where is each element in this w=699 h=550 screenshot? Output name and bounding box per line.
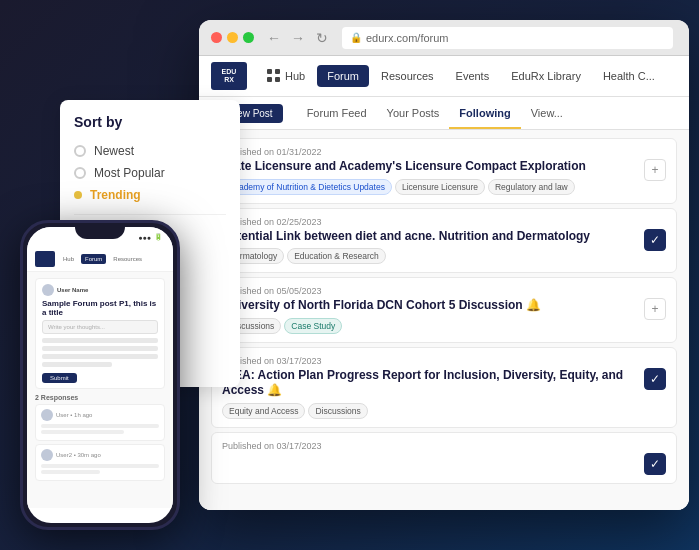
lock-icon: 🔒 [350, 32, 362, 43]
phone-submit-button[interactable]: Submit [42, 373, 77, 383]
dot-red[interactable] [211, 32, 222, 43]
sort-trending-label: Trending [90, 188, 141, 202]
dot-yellow[interactable] [227, 32, 238, 43]
sort-option-trending[interactable]: Trending [74, 184, 226, 206]
address-text: edurx.com/forum [366, 32, 449, 44]
table-row[interactable]: Published on 03/17/2023 IDEA: Action Pla… [211, 347, 677, 428]
phone-response-line [41, 430, 124, 434]
phone-text-lines [42, 338, 158, 367]
browser-nav: ← → ↻ [266, 30, 330, 46]
tag[interactable]: Equity and Access [222, 403, 305, 419]
post-action-button[interactable]: ✓ [644, 229, 666, 251]
phone-search-input[interactable]: Write your thoughts... [42, 320, 158, 334]
post-action-button[interactable]: + [644, 159, 666, 181]
phone-response-lines [41, 424, 159, 434]
phone-text-line [42, 362, 112, 367]
tab-resources-label: Resources [381, 70, 434, 82]
post-action-button[interactable]: + [644, 298, 666, 320]
phone-tab-forum[interactable]: Forum [81, 254, 106, 264]
tag[interactable]: Discussions [308, 403, 367, 419]
tag[interactable]: Regulatory and law [488, 179, 575, 195]
post-date: Published on 05/05/2023 [222, 286, 636, 296]
sort-newest-label: Newest [94, 144, 134, 158]
tag[interactable]: Licensure Licensure [395, 179, 485, 195]
reload-button[interactable]: ↻ [314, 30, 330, 46]
table-row[interactable]: Published on 02/25/2023 Potential Link b… [211, 208, 677, 274]
tab-resources[interactable]: Resources [371, 65, 444, 87]
phone-response-user: User • 1h ago [41, 409, 159, 421]
view-label: View... [531, 107, 563, 119]
tab-following[interactable]: Following [449, 103, 520, 123]
post-tags: Discussions Case Study [222, 318, 636, 334]
tab-forum-label: Forum [327, 70, 359, 82]
tab-library-label: EduRx Library [511, 70, 581, 82]
browser-toolbar: ← → ↻ 🔒 edurx.com/forum [199, 20, 689, 56]
phone-response-line [41, 470, 100, 474]
tab-hub[interactable]: Hub [257, 64, 315, 88]
post-date: Published on 01/31/2022 [222, 147, 636, 157]
back-button[interactable]: ← [266, 30, 282, 46]
tab-events-label: Events [456, 70, 490, 82]
sort-title: Sort by [74, 114, 226, 130]
phone-post-card: User Name Sample Forum post P1, this is … [35, 278, 165, 389]
logo[interactable]: EDURX [211, 62, 247, 90]
tag[interactable]: Academy of Nutrition & Dietetics Updates [222, 179, 392, 195]
phone-text-line [42, 346, 158, 351]
tab-health[interactable]: Health C... [593, 65, 665, 87]
tag[interactable]: Case Study [284, 318, 342, 334]
following-label: Following [459, 107, 510, 119]
phone: ●●● 🔋 Hub Forum Resources User Name Samp… [20, 220, 180, 530]
logo-text: EDURX [222, 68, 237, 83]
sort-option-popular[interactable]: Most Popular [74, 162, 226, 184]
post-date: Published on 03/17/2023 [222, 356, 636, 366]
tab-events[interactable]: Events [446, 65, 500, 87]
phone-input-placeholder: Write your thoughts... [48, 324, 105, 330]
phone-response-item: User2 • 30m ago [35, 444, 165, 481]
phone-response-avatar [41, 409, 53, 421]
tag[interactable]: Education & Research [287, 248, 386, 264]
post-tags: Equity and Access Discussions [222, 403, 636, 419]
sort-popular-label: Most Popular [94, 166, 165, 180]
phone-responses-label: 2 Responses [35, 394, 165, 401]
tab-health-label: Health C... [603, 70, 655, 82]
sub-nav: + New Post Forum Feed Your Posts Followi… [199, 97, 689, 130]
table-row[interactable]: Published on 03/17/2023 ✓ [211, 432, 677, 484]
forum-feed-label: Forum Feed [307, 107, 367, 119]
tab-forum[interactable]: Forum [317, 65, 369, 87]
tab-your-posts[interactable]: Your Posts [377, 103, 450, 123]
phone-content: User Name Sample Forum post P1, this is … [27, 272, 173, 508]
post-tags: Dermatology Education & Research [222, 248, 636, 264]
phone-tab-resources[interactable]: Resources [109, 254, 146, 264]
phone-signal: ●●● [138, 234, 151, 241]
tab-view[interactable]: View... [521, 103, 573, 123]
table-row[interactable]: Published on 01/31/2022 State Licensure … [211, 138, 677, 204]
phone-response-user: User2 • 30m ago [41, 449, 159, 461]
phone-screen: ●●● 🔋 Hub Forum Resources User Name Samp… [27, 227, 173, 523]
forward-button[interactable]: → [290, 30, 306, 46]
feed-tabs: Forum Feed Your Posts Following View... [297, 103, 573, 123]
post-content: Published on 03/17/2023 [222, 441, 636, 455]
tab-library[interactable]: EduRx Library [501, 65, 591, 87]
sort-option-newest[interactable]: Newest [74, 140, 226, 162]
posts-list: Published on 01/31/2022 State Licensure … [199, 130, 689, 510]
phone-avatar [42, 284, 54, 296]
phone-tab-hub[interactable]: Hub [59, 254, 78, 264]
post-action-button[interactable]: ✓ [644, 453, 666, 475]
phone-response-lines [41, 464, 159, 474]
radio-newest[interactable] [74, 145, 86, 157]
post-title: Potential Link between diet and acne. Nu… [222, 229, 636, 245]
post-tags: Academy of Nutrition & Dietetics Updates… [222, 179, 636, 195]
radio-popular[interactable] [74, 167, 86, 179]
tab-forum-feed[interactable]: Forum Feed [297, 103, 377, 123]
phone-response-avatar [41, 449, 53, 461]
grid-icon [267, 69, 281, 83]
post-title: State Licensure and Academy's Licensure … [222, 159, 636, 175]
browser-content: EDURX Hub Forum Resources Events [199, 56, 689, 510]
dot-green[interactable] [243, 32, 254, 43]
address-bar[interactable]: 🔒 edurx.com/forum [342, 27, 673, 49]
post-content: Published on 01/31/2022 State Licensure … [222, 147, 636, 195]
phone-battery: 🔋 [154, 233, 163, 241]
post-action-button[interactable]: ✓ [644, 368, 666, 390]
phone-logo[interactable] [35, 251, 55, 267]
table-row[interactable]: Published on 05/05/2023 University of No… [211, 277, 677, 343]
